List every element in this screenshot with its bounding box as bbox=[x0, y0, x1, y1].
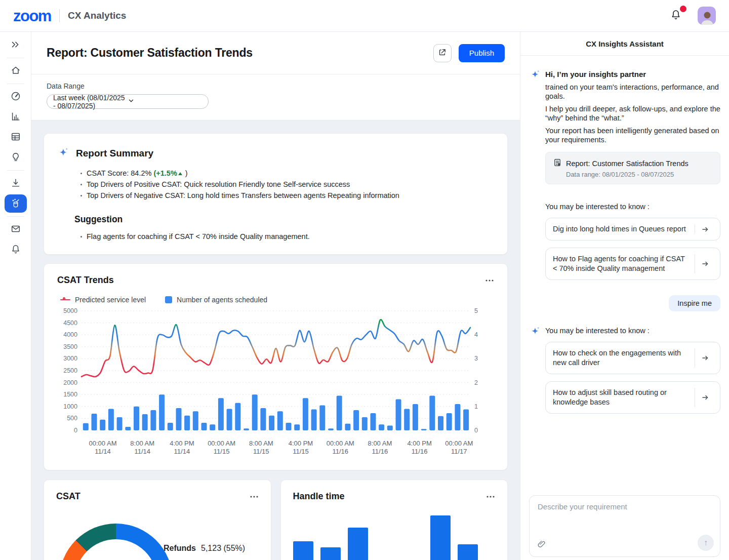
send-button[interactable]: ↑ bbox=[698, 535, 714, 551]
svg-text:00:00 AM11/14: 00:00 AM11/14 bbox=[89, 439, 117, 455]
sidebar bbox=[0, 32, 31, 560]
legend-square-icon bbox=[151, 545, 158, 552]
svg-text:0: 0 bbox=[74, 427, 77, 434]
sidebar-item-insights[interactable] bbox=[5, 147, 27, 168]
card-menu-button[interactable] bbox=[250, 495, 259, 498]
summary-csat-line: CSAT Score: 84.2% (+1.5% ) bbox=[79, 168, 494, 179]
user-avatar[interactable] bbox=[698, 7, 716, 25]
bell-icon bbox=[10, 244, 21, 256]
svg-text:4:00 PM11/16: 4:00 PM11/16 bbox=[407, 439, 431, 455]
service-level-line bbox=[82, 319, 470, 377]
csat-delta: +1.5% bbox=[156, 169, 177, 177]
sidebar-item-dashboard[interactable] bbox=[5, 87, 27, 107]
suggestion-button-routing[interactable]: How to adjust skill based routing or kno… bbox=[545, 381, 720, 414]
bar-marker-icon bbox=[165, 296, 172, 303]
publish-button[interactable]: Publish bbox=[459, 44, 505, 62]
user-message-inspire-me[interactable]: Inspire me bbox=[669, 295, 720, 311]
gauge-icon bbox=[10, 91, 21, 103]
data-range-select[interactable]: Last week (08/01/2025 - 08/07/2025) bbox=[47, 94, 209, 109]
csat-delta-close: ) bbox=[183, 169, 188, 177]
suggestion-item: Flag agents for coaching if CSAT < 70% i… bbox=[79, 231, 494, 242]
suggestion-button-engagements[interactable]: How to check on the engagements with new… bbox=[545, 342, 720, 374]
csat-trends-chart: 0500100015002000250030003500400045005000… bbox=[57, 305, 493, 459]
summary-bullets: CSAT Score: 84.2% (+1.5% ) Top Drivers o… bbox=[79, 168, 494, 201]
report-main: Report: Customer Satisfaction Trends Pub… bbox=[31, 32, 520, 560]
legend-value: 5,123 (55%) bbox=[201, 544, 245, 553]
svg-text:8:00 AM11/16: 8:00 AM11/16 bbox=[368, 439, 392, 455]
arrow-up-icon: ↑ bbox=[704, 538, 708, 547]
suggestion-button-flag-agents[interactable]: How to Flag agents for coaching if CSAT … bbox=[545, 248, 720, 280]
svg-text:4: 4 bbox=[474, 331, 478, 338]
suggestion-heading: Suggestion bbox=[74, 214, 494, 225]
legend-label: Number of agents scheduled bbox=[177, 296, 267, 304]
report-title-row: Report: Customer Satisfaction Trends Pub… bbox=[31, 32, 520, 74]
csat-card-title: CSAT bbox=[56, 491, 80, 502]
interest-label: You may be interested to know : bbox=[545, 325, 720, 335]
sidebar-item-tables[interactable] bbox=[5, 127, 27, 147]
sidebar-divider bbox=[7, 58, 24, 58]
svg-text:2000: 2000 bbox=[63, 379, 77, 386]
notifications-button[interactable] bbox=[667, 7, 684, 24]
handle-time-bar bbox=[320, 547, 341, 560]
report-reference-title: Report: Customer Satisfaction Trends bbox=[566, 159, 688, 168]
donut-legend: Refunds 5,123 (55%) bbox=[151, 544, 245, 553]
sidebar-item-mail[interactable] bbox=[5, 219, 27, 239]
triangle-up-icon bbox=[178, 172, 182, 175]
ai-sparkle-icon bbox=[530, 325, 542, 414]
sidebar-item-home[interactable] bbox=[5, 61, 27, 81]
csat-trends-title: CSAT Trends bbox=[57, 275, 114, 286]
assistant-message: You may be interested to know : How to c… bbox=[530, 325, 720, 414]
sidebar-item-ai-assistant[interactable] bbox=[5, 194, 27, 213]
assistant-greeting: Hi, I’m your insights partner bbox=[545, 68, 720, 79]
trends-legend: Predicted service level Number of agents… bbox=[60, 296, 494, 304]
top-bar: zoom CX Analytics bbox=[0, 0, 729, 32]
svg-text:4:00 PM11/15: 4:00 PM11/15 bbox=[289, 439, 313, 455]
page-title: Report: Customer Satisfaction Trends bbox=[47, 46, 253, 60]
chevron-down-icon bbox=[128, 97, 202, 106]
assistant-message: Hi, I’m your insights partner trained on… bbox=[530, 68, 720, 280]
svg-text:00:00 AM11/15: 00:00 AM11/15 bbox=[208, 439, 235, 455]
sidebar-item-notifications[interactable] bbox=[5, 239, 27, 260]
svg-text:2500: 2500 bbox=[63, 367, 77, 374]
svg-text:1: 1 bbox=[474, 403, 478, 410]
ai-sparkle-icon bbox=[530, 68, 542, 280]
suggestion-button-hold-times[interactable]: Dig into long hold times in Queues repor… bbox=[545, 218, 720, 241]
cx-insights-assistant-panel: CX Insights Assistant Hi, I’m your insig… bbox=[520, 32, 729, 560]
legend-item-line: Predicted service level bbox=[60, 296, 146, 304]
header-divider bbox=[59, 9, 60, 22]
report-reference-card[interactable]: Report: Customer Satisfaction Trends Dat… bbox=[545, 152, 720, 184]
csat-donut-chart bbox=[59, 524, 173, 560]
suggestion-bullets: Flag agents for coaching if CSAT < 70% i… bbox=[79, 231, 494, 242]
sidebar-item-downloads[interactable] bbox=[5, 173, 27, 193]
zoom-logo: zoom bbox=[13, 8, 51, 24]
handle-time-bar bbox=[293, 541, 313, 560]
chevrons-right-icon bbox=[10, 39, 21, 52]
svg-text:5000: 5000 bbox=[63, 307, 77, 314]
svg-text:5: 5 bbox=[474, 307, 478, 314]
share-button[interactable] bbox=[433, 44, 452, 62]
svg-text:500: 500 bbox=[67, 415, 77, 422]
agents-bars bbox=[83, 394, 469, 430]
svg-text:00:00 AM11/17: 00:00 AM11/17 bbox=[445, 439, 473, 455]
requirement-input[interactable] bbox=[530, 496, 720, 531]
sidebar-collapse-button[interactable] bbox=[5, 35, 27, 55]
summary-negative-drivers: Top Drivers of Negative CSAT: Long hold … bbox=[79, 190, 494, 201]
arrow-right-icon bbox=[695, 388, 715, 407]
report-reference-subtitle: Data range: 08/01/2025 - 08/07/2025 bbox=[566, 171, 713, 178]
svg-text:3500: 3500 bbox=[63, 343, 77, 350]
report-body: Report Summary CSAT Score: 84.2% (+1.5% … bbox=[31, 121, 520, 560]
card-menu-button[interactable] bbox=[485, 279, 494, 282]
mail-icon bbox=[10, 223, 21, 236]
app-title: CX Analytics bbox=[68, 10, 126, 21]
handle-time-bar bbox=[348, 528, 368, 560]
svg-text:4500: 4500 bbox=[63, 319, 77, 327]
attach-button[interactable] bbox=[537, 539, 546, 550]
arrow-right-icon bbox=[695, 348, 715, 368]
sidebar-item-analytics[interactable] bbox=[5, 107, 27, 127]
data-range-value: Last week (08/01/2025 - 08/07/2025) bbox=[53, 94, 128, 110]
table-icon bbox=[10, 131, 21, 144]
data-range-label: Data Range bbox=[47, 82, 505, 90]
interest-label: You may be interested to know : bbox=[545, 203, 720, 211]
arrow-right-icon bbox=[695, 254, 715, 273]
download-icon bbox=[10, 177, 21, 190]
